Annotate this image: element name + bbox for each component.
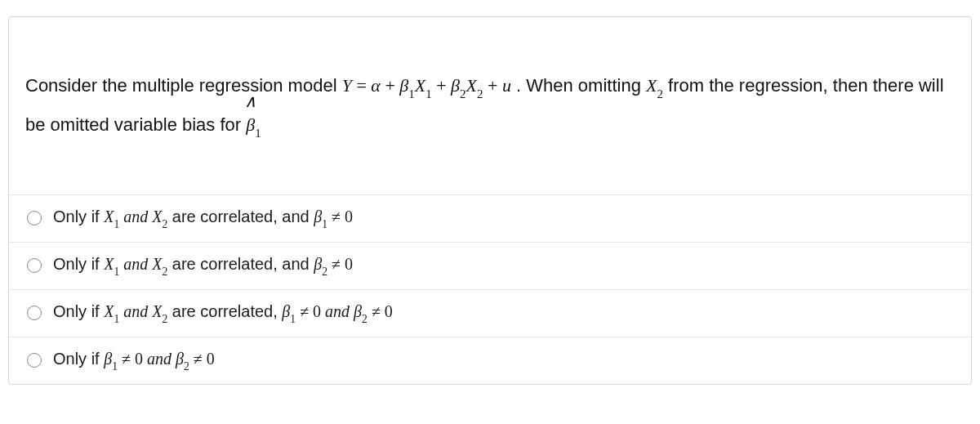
radio-icon[interactable] bbox=[27, 353, 42, 368]
radio-icon[interactable] bbox=[27, 258, 42, 273]
answer-option-1[interactable]: Only if X1 and X2 are correlated, and β1… bbox=[9, 194, 971, 242]
q-prefix: Consider the multiple regression model bbox=[25, 75, 342, 96]
question-text: Consider the multiple regression model Y… bbox=[9, 17, 971, 194]
answer-list: Only if X1 and X2 are correlated, and β1… bbox=[9, 194, 971, 384]
q-eq-b2-sub: 2 bbox=[460, 87, 466, 100]
q-eq-X2-sub: 2 bbox=[477, 87, 483, 100]
q-beta-hat: ∧β bbox=[246, 105, 255, 145]
answer-option-4[interactable]: Only if β1 ≠ 0 and β2 ≠ 0 bbox=[9, 337, 971, 384]
q-eq-X2b-sub: 2 bbox=[657, 87, 662, 100]
q-middle: When omitting bbox=[526, 75, 646, 96]
q-eq-Y: Y bbox=[342, 75, 352, 96]
answer-option-2[interactable]: Only if X1 and X2 are correlated, and β2… bbox=[9, 242, 971, 289]
answer-text: Only if X1 and X2 are correlated, and β1… bbox=[53, 208, 353, 230]
answer-option-3[interactable]: Only if X1 and X2 are correlated, β1 ≠ 0… bbox=[9, 289, 971, 337]
q-eq-plus3: + bbox=[483, 75, 502, 96]
q-bhat-sub: 1 bbox=[255, 127, 261, 140]
q-eq-alpha: α bbox=[371, 75, 381, 96]
answer-text: Only if X1 and X2 are correlated, β1 ≠ 0… bbox=[53, 302, 393, 324]
q-eq-X2b: X bbox=[646, 75, 657, 96]
q-eq-X1: X bbox=[415, 75, 425, 96]
q-eq-b1-sub: 1 bbox=[408, 87, 414, 100]
radio-icon[interactable] bbox=[27, 211, 42, 225]
answer-text: Only if X1 and X2 are correlated, and β2… bbox=[53, 255, 353, 277]
q-eq-b1: β bbox=[399, 75, 408, 96]
q-eq-dot: . bbox=[511, 75, 526, 96]
q-eq-u: u bbox=[502, 75, 511, 96]
q-eq-X2: X bbox=[466, 75, 477, 96]
q-eq-equals: = bbox=[352, 75, 371, 96]
q-eq-plus1: + bbox=[381, 75, 399, 96]
q-eq-b2: β bbox=[451, 75, 460, 96]
q-bhat: β bbox=[246, 114, 255, 135]
answer-text: Only if β1 ≠ 0 and β2 ≠ 0 bbox=[53, 350, 215, 372]
question-card: Consider the multiple regression model Y… bbox=[8, 16, 972, 385]
radio-icon[interactable] bbox=[27, 306, 42, 320]
q-eq-X1-sub: 1 bbox=[425, 87, 431, 100]
q-eq-plus2: + bbox=[432, 75, 451, 96]
hat-icon: ∧ bbox=[244, 93, 256, 110]
